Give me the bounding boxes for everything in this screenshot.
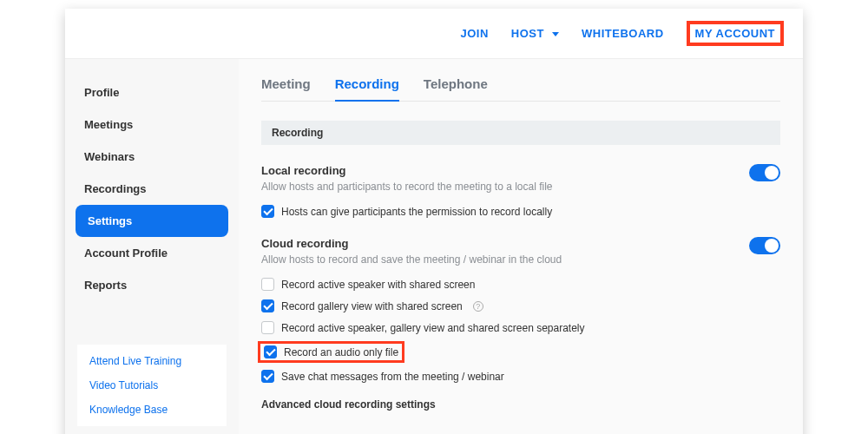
tab-meeting[interactable]: Meeting (261, 75, 311, 101)
opt-label: Record gallery view with shared screen (281, 300, 463, 312)
advanced-heading: Advanced cloud recording settings (261, 398, 723, 411)
local-recording-group: Local recording Allow hosts and particip… (261, 164, 780, 218)
checkbox-icon[interactable] (261, 370, 274, 383)
nav-whiteboard[interactable]: WHITEBOARD (582, 27, 664, 40)
checkbox-icon[interactable] (261, 205, 274, 218)
sidebar: Profile Meetings Webinars Recordings Set… (65, 59, 239, 434)
checkbox-icon[interactable] (261, 321, 274, 334)
opt-label: Hosts can give participants the permissi… (281, 206, 552, 218)
settings-window: JOIN HOST WHITEBOARD MY ACCOUNT Profile … (65, 9, 803, 434)
toggle-local-recording[interactable] (749, 164, 780, 181)
opt-label: Record active speaker with shared screen (281, 279, 475, 291)
opt-audio-only-row: Record an audio only file (261, 343, 723, 361)
tab-recording[interactable]: Recording (335, 75, 399, 102)
toggle-cloud-recording[interactable] (749, 237, 780, 254)
sidebar-item-meetings[interactable]: Meetings (65, 108, 239, 141)
opt-label: Save chat messages from the meeting / we… (281, 371, 504, 383)
sidebar-item-webinars[interactable]: Webinars (65, 141, 239, 173)
local-recording-title: Local recording (261, 164, 723, 177)
main-panel: Meeting Recording Telephone Recording Lo… (239, 59, 803, 434)
opt-save-chat[interactable]: Save chat messages from the meeting / we… (261, 370, 723, 383)
highlight-audio-only: Record an audio only file (258, 341, 404, 363)
body: Profile Meetings Webinars Recordings Set… (65, 59, 803, 434)
top-nav: JOIN HOST WHITEBOARD MY ACCOUNT (65, 9, 803, 59)
local-recording-text: Local recording Allow hosts and particip… (261, 164, 723, 218)
sidebar-item-settings[interactable]: Settings (76, 205, 228, 237)
cloud-recording-group: Cloud recording Allow hosts to record an… (261, 237, 780, 411)
highlight-my-account: MY ACCOUNT (687, 21, 784, 46)
opt-label: Record an audio only file (284, 346, 398, 358)
cloud-recording-desc: Allow hosts to record and save the meeti… (261, 253, 723, 266)
nav-host-label: HOST (511, 27, 544, 40)
cloud-recording-title: Cloud recording (261, 237, 723, 250)
nav-my-account[interactable]: MY ACCOUNT (695, 27, 775, 40)
local-recording-desc: Allow hosts and participants to record t… (261, 181, 723, 193)
tab-telephone[interactable]: Telephone (424, 75, 488, 101)
link-live-training[interactable]: Attend Live Training (89, 355, 214, 367)
sidebar-item-profile[interactable]: Profile (65, 76, 239, 108)
chevron-down-icon (552, 32, 559, 36)
cloud-recording-text: Cloud recording Allow hosts to record an… (261, 237, 723, 411)
sidebar-help-links: Attend Live Training Video Tutorials Kno… (77, 345, 227, 426)
info-icon[interactable]: ? (473, 301, 483, 312)
checkbox-icon[interactable] (261, 299, 274, 312)
settings-tabs: Meeting Recording Telephone (261, 75, 780, 102)
opt-gallery-view[interactable]: Record gallery view with shared screen ? (261, 299, 723, 312)
nav-join[interactable]: JOIN (460, 27, 488, 40)
opt-active-speaker[interactable]: Record active speaker with shared screen (261, 278, 723, 291)
nav-host[interactable]: HOST (511, 27, 559, 40)
opt-separate[interactable]: Record active speaker, gallery view and … (261, 321, 723, 334)
checkbox-icon[interactable] (264, 345, 277, 358)
sidebar-item-reports[interactable]: Reports (65, 269, 239, 301)
sidebar-item-recordings[interactable]: Recordings (65, 173, 239, 205)
sidebar-item-account-profile[interactable]: Account Profile (65, 237, 239, 269)
opt-hosts-permission[interactable]: Hosts can give participants the permissi… (261, 205, 723, 218)
opt-label: Record active speaker, gallery view and … (281, 322, 585, 334)
section-bar-recording: Recording (261, 121, 780, 145)
link-video-tutorials[interactable]: Video Tutorials (89, 379, 214, 391)
checkbox-icon[interactable] (261, 278, 274, 291)
link-knowledge-base[interactable]: Knowledge Base (89, 404, 214, 416)
